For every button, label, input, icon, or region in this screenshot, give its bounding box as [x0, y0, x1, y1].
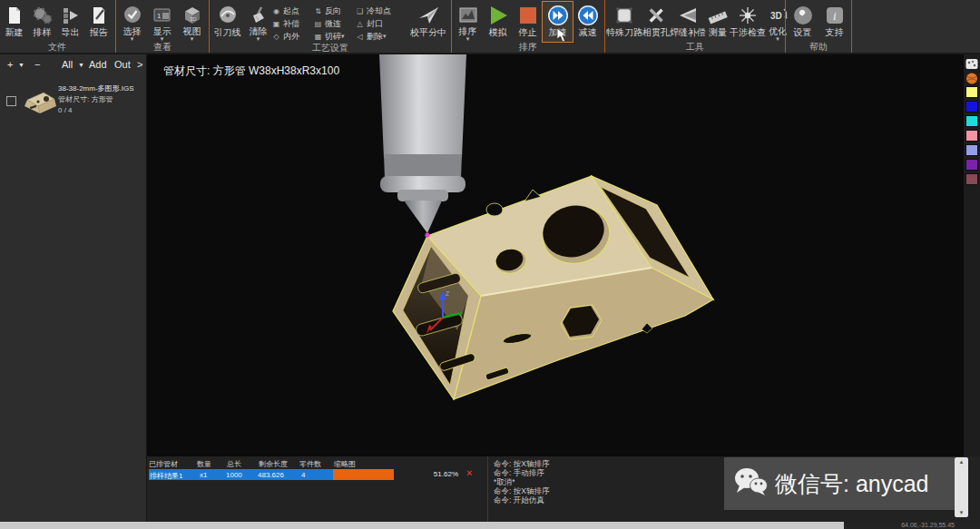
micro-joint-button[interactable]: ▤微连 [314, 17, 356, 30]
cooling-point-button[interactable]: ❏冷却点 [356, 5, 407, 17]
display-monitor-icon: 1 [151, 4, 174, 26]
delete-result-button[interactable]: × [466, 467, 472, 478]
dropdown-arrow-icon[interactable]: ▾ [383, 34, 387, 39]
filter-dropdown-icon[interactable]: ▼ [78, 62, 84, 68]
svg-text:3D: 3D [190, 16, 197, 22]
report-button[interactable]: 报告 [84, 2, 113, 42]
start-point-icon: ◉ [272, 7, 280, 15]
col-header-qty: 数量 [197, 459, 211, 469]
seal-icon: △ [356, 20, 364, 28]
interference-check-button[interactable]: 干涉检查 [730, 2, 766, 42]
scroll-up-icon[interactable]: ▲ [959, 457, 965, 466]
compensation-button[interactable]: ▣补偿 [272, 17, 314, 30]
sort-button[interactable]: 排序 ▾ [453, 2, 483, 42]
result-parts: 4 [301, 471, 305, 479]
display-button[interactable]: 1 显示 ▾ [147, 2, 177, 42]
col-header-tube: 已排管材 [149, 459, 178, 469]
export-button[interactable]: 导出 [56, 2, 84, 42]
scroll-down-icon[interactable]: ▼ [959, 508, 965, 517]
seal-button[interactable]: △封口 [356, 17, 407, 30]
button-label: 排样 [34, 27, 52, 37]
button-label: 导出 [62, 27, 80, 37]
color-swatch-cyan[interactable] [965, 115, 978, 127]
status-coords-bar: 64.06,-31.29,55.45 [844, 522, 980, 529]
wrench-icon [791, 4, 815, 27]
special-toolpath-button[interactable]: 特殊刀路 [606, 2, 642, 42]
chop-button[interactable]: ▦切碎▾ [314, 30, 356, 43]
reverse-button[interactable]: ⇅反向 [314, 5, 356, 17]
toolbar-separator [209, 0, 210, 53]
intersect-hole-button[interactable]: 相贯孔 [642, 2, 670, 42]
add-part-button[interactable]: + [7, 59, 13, 70]
col-header-thumb: 缩略图 [334, 459, 356, 469]
paper-plane-icon [416, 4, 440, 27]
watermark-text: 微信号: anycad [775, 469, 929, 499]
delete-button[interactable]: ◁删除▾ [356, 30, 407, 43]
color-swatch-purple[interactable] [965, 159, 978, 171]
small-button-label: 封口 [367, 18, 383, 30]
col-header-parts: 零件数 [299, 459, 321, 469]
svg-text:1: 1 [157, 12, 162, 20]
group-label-view: 查看 [117, 42, 208, 53]
wechat-icon [733, 467, 768, 500]
lead-line-button[interactable]: 引刀线 [211, 2, 244, 42]
fast-forward-icon [546, 4, 570, 27]
button-label: 减速 [579, 27, 597, 37]
color-swatch-blue[interactable] [965, 101, 978, 113]
add-button[interactable]: Add [89, 59, 107, 70]
color-swatch-yellow[interactable] [965, 86, 978, 98]
filter-all-button[interactable]: All [62, 59, 73, 70]
inner-outer-button[interactable]: ◇内外 [272, 30, 314, 43]
dropdown-arrow-icon[interactable]: ▾ [341, 34, 345, 39]
result-row-selected[interactable]: 排样结果1 x1 1000 483.626 4 [149, 469, 333, 480]
sort-image-icon [456, 4, 480, 26]
add-dropdown-icon[interactable]: ▼ [18, 62, 24, 68]
simulate-button[interactable]: 模拟 [483, 2, 513, 42]
new-button[interactable]: 新建 [0, 2, 28, 42]
support-button[interactable]: i 支持 [818, 2, 850, 42]
part-checkbox[interactable] [6, 96, 16, 106]
weld-cone-icon [676, 4, 700, 27]
expand-panel-button[interactable]: > [137, 59, 142, 70]
measure-button[interactable]: 测量 [706, 2, 730, 42]
view-button[interactable]: 3D 视图 ▾ [177, 2, 207, 42]
special-toolpath-icon [612, 4, 636, 27]
group-label-sort: 排序 [453, 42, 603, 53]
dropdown-arrow-icon[interactable]: ▾ [257, 36, 260, 42]
toolbar-separator [785, 0, 786, 53]
start-point-button[interactable]: ◉起点 [272, 5, 314, 17]
sidebar-header: + ▼ − All ▼ Add Out > [0, 54, 146, 76]
button-label: 支持 [826, 27, 844, 37]
small-button-label: 微连 [325, 18, 341, 30]
ball-icon[interactable] [965, 72, 978, 83]
command-log-scrollbar[interactable]: ▲ ▼ [955, 457, 968, 517]
nesting-thumbnail-bar [333, 469, 394, 480]
weld-compensation-button[interactable]: 焊缝补偿 [670, 2, 706, 42]
part-tube-size: 管材尺寸: 方形管 [58, 94, 134, 105]
palette-icon[interactable] [965, 57, 978, 69]
color-swatch-maroon[interactable] [965, 173, 978, 185]
color-swatch-pink[interactable] [965, 130, 978, 142]
svg-text:3D: 3D [770, 11, 782, 21]
nest-button[interactable]: 排样 [28, 2, 56, 42]
viewport-3d[interactable]: Z [147, 54, 964, 456]
out-button[interactable]: Out [114, 59, 131, 70]
remove-part-button[interactable]: − [34, 59, 40, 70]
clear-button[interactable]: 清除 ▾ [244, 2, 272, 42]
slow-down-button[interactable]: 减速 [573, 2, 603, 42]
group-label-help: 帮助 [787, 42, 850, 53]
panel-divider [487, 456, 488, 522]
select-button[interactable]: 选择 ▾ [117, 2, 147, 42]
part-list-item[interactable]: 38-38-2mm-多图形.IGS 管材尺寸: 方形管 0 / 4 [0, 83, 146, 125]
svg-text:i: i [833, 9, 837, 23]
button-label: 停止 [519, 27, 537, 37]
col-header-total: 总长 [227, 459, 241, 469]
button-label: 模拟 [489, 27, 507, 37]
settings-button[interactable]: 设置 [787, 2, 818, 42]
chop-icon: ▦ [314, 33, 322, 41]
layer-color-strip [964, 54, 980, 456]
utilization-value: 51.62% [408, 470, 458, 478]
level-center-button[interactable]: 校平分中 [407, 2, 450, 42]
stop-button[interactable]: 停止 [513, 2, 543, 42]
color-swatch-periwinkle[interactable] [965, 144, 978, 156]
